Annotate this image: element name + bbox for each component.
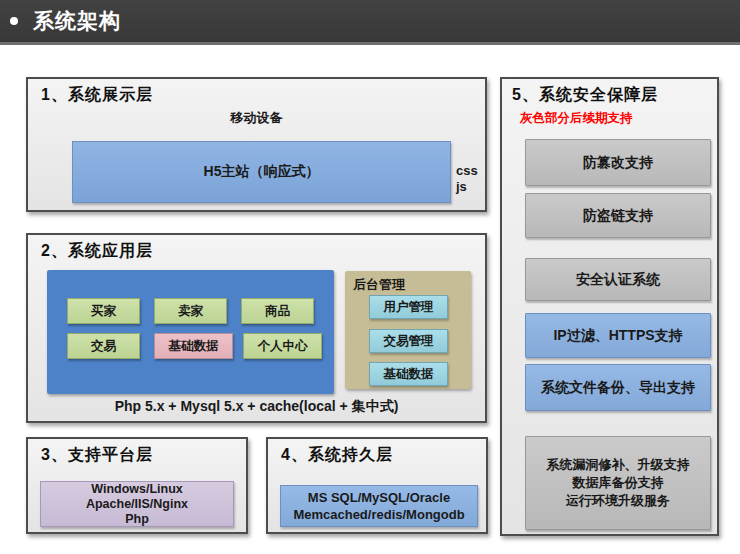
security-file-backup: 系统文件备份、导出支持: [525, 364, 711, 411]
security-env-upgrade-line: 运行环境升级服务: [566, 492, 670, 510]
css-js-note: css js: [456, 163, 478, 195]
frontend-modules-container: 买家 卖家 商品 交易 基础数据 个人中心: [47, 270, 334, 394]
platform-stack-node: Windows/Linux Apache/IIS/Nginx Php: [40, 481, 234, 527]
page-title: 系统架构: [33, 7, 121, 35]
security-anti-tamper: 防篡改支持: [525, 139, 711, 186]
h5-site-node: H5主站（响应式）: [72, 141, 451, 203]
tech-stack-note: Php 5.x + Mysql 5.x + cache(local + 集中式): [28, 398, 485, 416]
platform-layer-box: 3、支持平台层 Windows/Linux Apache/IIS/Nginx P…: [26, 437, 248, 534]
module-seller: 卖家: [154, 298, 227, 324]
module-base-data: 基础数据: [154, 333, 233, 359]
css-note: css: [456, 163, 478, 179]
display-layer-box: 1、系统展示层 移动设备 H5主站（响应式） css js: [26, 77, 487, 212]
persistence-layer-box: 4、系统持久层 MS SQL/MySQL/Oracle Memcached/re…: [266, 437, 488, 534]
persistence-layer-title: 4、系统持久层: [268, 439, 486, 466]
security-anti-hotlink: 防盗链支持: [525, 193, 711, 238]
security-maintenance-group: 系统漏洞修补、升级支持 数据库备份支持 运行环境升级服务: [525, 436, 711, 530]
mobile-device-label: 移动设备: [28, 109, 485, 127]
platform-os-line: Windows/Linux: [91, 482, 183, 497]
persistence-cache-line: Memcached/redis/Mongodb: [293, 506, 464, 523]
security-layer-title: 5、系统安全保障层: [502, 79, 717, 106]
security-ip-https: IP过滤、HTTPS支持: [525, 313, 711, 358]
admin-backend-container: 后台管理 用户管理 交易管理 基础数据: [345, 271, 471, 389]
platform-lang-line: Php: [125, 512, 149, 527]
application-layer-box: 2、系统应用层 买家 卖家 商品 交易 基础数据 个人中心 后台管理 用户管理 …: [26, 233, 487, 423]
security-db-backup-line: 数据库备份支持: [573, 474, 664, 492]
bullet-icon: [10, 17, 18, 25]
persistence-stack-node: MS SQL/MySQL/Oracle Memcached/redis/Mong…: [280, 485, 478, 527]
admin-trade-management: 交易管理: [369, 329, 448, 353]
module-personal-center: 个人中心: [243, 333, 322, 359]
security-patch-line: 系统漏洞修补、升级支持: [547, 456, 690, 474]
module-buyer: 买家: [67, 298, 140, 324]
slide-canvas: 系统架构 1、系统展示层 移动设备 H5主站（响应式） css js 2、系统应…: [0, 0, 740, 554]
platform-server-line: Apache/IIS/Nginx: [86, 497, 188, 512]
security-phase-note: 灰色部分后续期支持: [520, 110, 633, 127]
admin-user-management: 用户管理: [369, 295, 448, 319]
slide-header: 系统架构: [0, 0, 740, 45]
js-note: js: [456, 179, 478, 195]
admin-base-data: 基础数据: [369, 362, 448, 386]
platform-layer-title: 3、支持平台层: [28, 439, 246, 466]
admin-backend-title: 后台管理: [345, 271, 471, 294]
security-layer-box: 5、系统安全保障层 灰色部分后续期支持 防篡改支持 防盗链支持 安全认证系统 I…: [500, 77, 719, 536]
security-auth-system: 安全认证系统: [525, 258, 711, 301]
module-product: 商品: [241, 298, 314, 324]
application-layer-title: 2、系统应用层: [28, 235, 485, 262]
module-trade: 交易: [67, 333, 140, 359]
display-layer-title: 1、系统展示层: [28, 79, 485, 106]
persistence-db-line: MS SQL/MySQL/Oracle: [308, 489, 450, 506]
